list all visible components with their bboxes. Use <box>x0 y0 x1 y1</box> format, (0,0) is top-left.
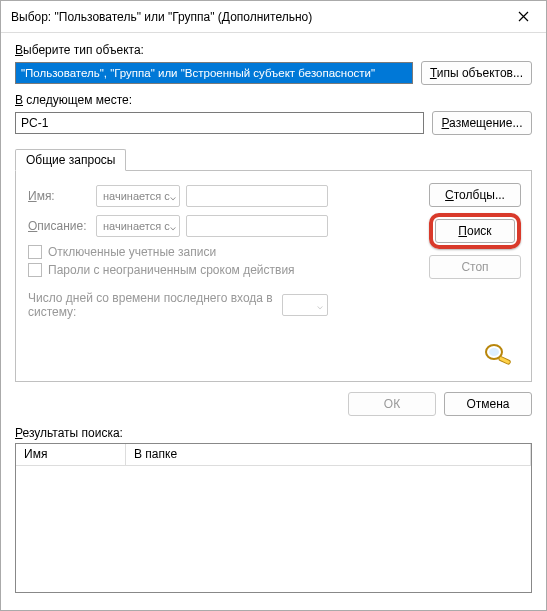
object-type-field[interactable]: "Пользователь", "Группа" или "Встроенный… <box>15 62 413 84</box>
name-label: Имя: <box>28 189 90 203</box>
chevron-down-icon: ⌵ <box>170 221 176 232</box>
name-input[interactable] <box>186 185 328 207</box>
location-label: В следующем месте: <box>15 93 532 107</box>
object-type-label: Выберите тип объекта: <box>15 43 532 57</box>
name-match-dropdown[interactable]: начинается с⌵ <box>96 185 180 207</box>
query-form: Имя: начинается с⌵ Описание: начинается … <box>28 185 328 319</box>
description-label: Описание: <box>28 219 90 233</box>
svg-point-1 <box>489 348 499 356</box>
side-buttons: Столбцы... Поиск Стоп <box>429 183 521 279</box>
svg-rect-2 <box>498 356 511 365</box>
disabled-accounts-checkbox[interactable] <box>28 245 42 259</box>
nonexpiring-passwords-checkbox[interactable] <box>28 263 42 277</box>
dialog-window: Выбор: "Пользователь" или "Группа" (Допо… <box>0 0 547 611</box>
nonexpiring-passwords-label: Пароли с неограниченным сроком действия <box>48 263 295 277</box>
location-field[interactable]: PC-1 <box>15 112 424 134</box>
object-types-button[interactable]: Типы объектов... <box>421 61 532 85</box>
disabled-accounts-label: Отключенные учетные записи <box>48 245 216 259</box>
days-since-logon-dropdown[interactable]: ⌵ <box>282 294 328 316</box>
search-highlight: Поиск <box>429 213 521 249</box>
chevron-down-icon: ⌵ <box>317 300 323 311</box>
nonexpiring-passwords-row[interactable]: Пароли с неограниченным сроком действия <box>28 263 328 277</box>
stop-button[interactable]: Стоп <box>429 255 521 279</box>
days-since-logon-label: Число дней со времени последнего входа в… <box>28 291 274 319</box>
disabled-accounts-row[interactable]: Отключенные учетные записи <box>28 245 328 259</box>
close-icon[interactable] <box>501 1 546 33</box>
tab-body: Имя: начинается с⌵ Описание: начинается … <box>15 170 532 382</box>
search-button[interactable]: Поиск <box>435 219 515 243</box>
location-button[interactable]: Размещение... <box>432 111 532 135</box>
window-title: Выбор: "Пользователь" или "Группа" (Допо… <box>11 10 501 24</box>
cancel-button[interactable]: Отмена <box>444 392 532 416</box>
dialog-content: Выберите тип объекта: "Пользователь", "Г… <box>1 33 546 599</box>
results-header: Имя В папке <box>16 444 531 466</box>
results-list[interactable]: Имя В папке <box>15 443 532 593</box>
dialog-buttons: ОК Отмена <box>15 392 532 416</box>
description-input[interactable] <box>186 215 328 237</box>
ok-button[interactable]: ОК <box>348 392 436 416</box>
description-match-dropdown[interactable]: начинается с⌵ <box>96 215 180 237</box>
find-icon <box>483 341 513 365</box>
query-tabs: Общие запросы Имя: начинается с⌵ Описани… <box>15 149 532 382</box>
tab-common-queries[interactable]: Общие запросы <box>15 149 126 171</box>
columns-button[interactable]: Столбцы... <box>429 183 521 207</box>
results-label: Результаты поиска: <box>15 426 532 440</box>
column-folder[interactable]: В папке <box>126 444 531 465</box>
titlebar: Выбор: "Пользователь" или "Группа" (Допо… <box>1 1 546 33</box>
chevron-down-icon: ⌵ <box>170 191 176 202</box>
column-name[interactable]: Имя <box>16 444 126 465</box>
